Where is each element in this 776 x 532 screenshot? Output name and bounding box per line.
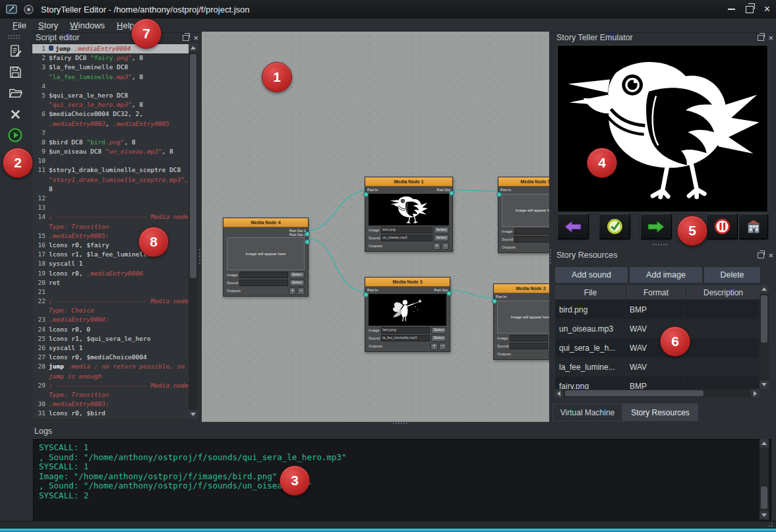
remove-output-button[interactable]: − xyxy=(442,243,449,250)
node-title[interactable]: Media Node 5 xyxy=(498,177,549,187)
script-line[interactable]: 12 xyxy=(32,194,189,203)
script-line[interactable]: Type: Choice xyxy=(32,306,189,315)
script-line[interactable]: 20ret xyxy=(32,278,189,287)
float-dock-icon[interactable] xyxy=(758,35,764,41)
tab-virtual-machine[interactable]: Virtual Machine xyxy=(552,403,622,421)
remove-output-button[interactable]: − xyxy=(297,287,305,295)
resources-table[interactable]: FileFormatDescription bird.pngBMPun_oise… xyxy=(554,285,761,390)
script-line[interactable]: jump is enough xyxy=(32,372,189,381)
float-dock-icon[interactable] xyxy=(758,252,764,258)
close-dock-icon[interactable]: × xyxy=(768,34,773,42)
table-row[interactable]: fairy.pngBMP xyxy=(555,376,760,390)
script-line[interactable]: 6$mediaChoice0004 DC32, 2, xyxy=(32,109,189,119)
script-editor[interactable]: 1jump .mediaEntry00042$fairy DC8 "fairy.… xyxy=(32,44,190,420)
node-title[interactable]: Media Node 2 xyxy=(494,284,549,293)
emulator-resources-splitter[interactable] xyxy=(552,241,773,248)
column-header[interactable]: Format xyxy=(626,285,686,299)
table-row[interactable]: la_fee_lumine...WAV xyxy=(555,357,760,376)
script-line[interactable]: 10 xyxy=(32,156,189,165)
scroll-down-button[interactable] xyxy=(189,410,198,419)
script-line[interactable]: 28jump .media ; no return possible, so a xyxy=(32,362,189,371)
app-menu-icon[interactable] xyxy=(5,3,18,16)
close-dock-icon[interactable]: × xyxy=(768,251,773,260)
script-line[interactable]: 8$bird DC8 "bird.png", 8 xyxy=(32,138,189,147)
column-header[interactable]: File xyxy=(555,285,626,299)
logs-output[interactable]: SYSCALL: 1, Sound: "/home/anthony/ostpro… xyxy=(33,439,771,527)
input-port[interactable] xyxy=(496,192,502,197)
build-button[interactable] xyxy=(7,105,24,123)
float-dock-icon[interactable] xyxy=(183,35,189,41)
scroll-up-button[interactable] xyxy=(189,44,198,52)
node-title[interactable]: Media Node 3 xyxy=(365,278,450,287)
logs-scrollbar[interactable] xyxy=(760,439,769,519)
script-line[interactable]: 22; ------------------------ Media node xyxy=(32,297,189,306)
home-button[interactable] xyxy=(738,214,768,239)
column-header[interactable]: Description xyxy=(686,285,761,299)
script-line[interactable]: 13 xyxy=(32,203,189,212)
select-image-button[interactable]: Select xyxy=(289,272,305,278)
input-port[interactable] xyxy=(363,192,369,197)
script-line[interactable]: 23.mediaEntry0004: xyxy=(32,315,189,324)
table-row[interactable]: un_oiseau.mp3WAV xyxy=(555,319,760,338)
scroll-left-button[interactable] xyxy=(554,389,563,398)
scroll-down-button[interactable] xyxy=(760,380,769,389)
script-line[interactable]: 3$la_fee_luminelle DC8 xyxy=(32,63,189,72)
pause-button[interactable] xyxy=(706,214,738,239)
add-image-button[interactable]: Add image xyxy=(629,266,703,283)
output-port[interactable] xyxy=(449,191,454,196)
input-port[interactable] xyxy=(492,299,497,304)
script-line[interactable]: 4 xyxy=(32,82,189,91)
add-output-button[interactable]: + xyxy=(289,287,296,295)
node-connection-wire[interactable] xyxy=(307,239,365,291)
script-line[interactable]: "la_fee_luminelle.mp3", 8 xyxy=(32,73,189,82)
script-line[interactable]: 18syscall 1 xyxy=(32,259,189,268)
script-line[interactable]: "story1_drako_luminelle_sceptre.mp3", xyxy=(32,175,189,185)
menu-file[interactable]: File xyxy=(7,19,32,32)
script-line[interactable]: 26syscall 1 xyxy=(32,343,189,353)
save-button[interactable] xyxy=(7,63,24,80)
scrollbar-thumb[interactable] xyxy=(565,390,703,396)
select-image-button[interactable]: Select xyxy=(431,327,446,334)
next-button[interactable] xyxy=(640,214,672,239)
script-line[interactable]: 24lcons r0, 0 xyxy=(32,325,189,334)
output-port[interactable] xyxy=(305,231,310,237)
script-line[interactable]: 17lcons r1, $la_fee_luminelle xyxy=(32,250,189,259)
script-line[interactable]: 31lcons r0, $bird xyxy=(32,409,189,418)
media-node[interactable]: Media Node 5Port InPort OutImage will ap… xyxy=(498,177,549,253)
scrollbar-thumb[interactable] xyxy=(190,54,196,278)
menu-story[interactable]: Story xyxy=(32,19,64,32)
script-line[interactable]: 8 xyxy=(32,185,189,194)
remove-output-button[interactable]: − xyxy=(439,343,446,350)
close-button[interactable]: × xyxy=(758,0,776,18)
scroll-down-button[interactable] xyxy=(760,511,769,519)
run-button[interactable] xyxy=(7,127,24,144)
script-line[interactable]: .mediaEntry0003, .mediaEntry0005 xyxy=(32,119,189,129)
script-line[interactable]: 7 xyxy=(32,129,189,138)
script-line[interactable]: 29; ------------------------ Media node xyxy=(32,381,189,390)
table-row[interactable]: qui_sera_le_h...WAV xyxy=(555,338,760,357)
script-line[interactable]: 19lcons r0, .mediaEntry0006 xyxy=(32,269,189,278)
script-line[interactable]: 11$story1_drako_luminelle_sceptre DC8 xyxy=(32,165,189,175)
media-node[interactable]: Media Node 1Port InPort OutImagebird.png… xyxy=(365,177,453,252)
add-output-button[interactable]: + xyxy=(431,343,438,350)
script-line[interactable]: Type: Transition xyxy=(32,222,189,231)
ok-button[interactable] xyxy=(599,214,630,239)
scrollbar-thumb[interactable] xyxy=(761,487,767,509)
script-line[interactable]: 1jump .mediaEntry0004 xyxy=(32,44,189,53)
node-connection-wire[interactable] xyxy=(452,190,498,191)
tab-story-resources[interactable]: Story Resources xyxy=(622,403,698,421)
node-title[interactable]: Media Node 4 xyxy=(224,218,308,227)
script-line[interactable]: "qui_sera_le_hero.mp3", 8 xyxy=(32,100,189,109)
scroll-right-button[interactable] xyxy=(751,389,760,398)
node-graph-canvas[interactable]: Media Node 4Port Out 1Port Out 2Image wi… xyxy=(202,32,549,422)
resize-grip[interactable] xyxy=(771,523,773,524)
menu-windows[interactable]: Windows xyxy=(64,19,111,32)
new-script-button[interactable] xyxy=(7,42,24,59)
scrollbar-thumb[interactable] xyxy=(761,295,767,343)
script-line[interactable]: 2$fairy DC8 "fairy.png", 8 xyxy=(32,53,189,63)
select-image-button[interactable]: Select xyxy=(434,227,449,233)
script-line[interactable]: 9$un_oiseau DC8 "un_oiseau.mp3", 8 xyxy=(32,147,189,156)
scroll-up-button[interactable] xyxy=(760,439,769,448)
delete-button[interactable]: Delete xyxy=(703,266,761,283)
media-node[interactable]: Media Node 3Port InPort OutImagefairy.pn… xyxy=(365,277,450,352)
